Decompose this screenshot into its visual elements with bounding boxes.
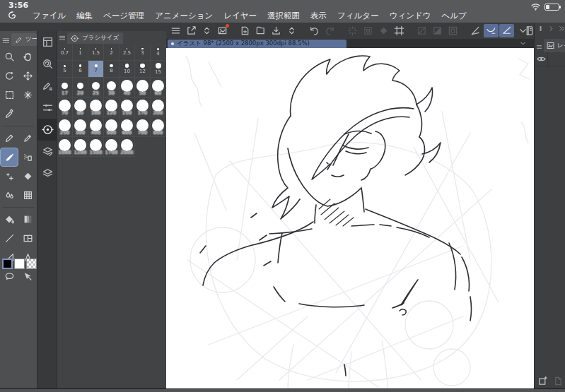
palette-button-brush-settings[interactable] — [37, 75, 57, 97]
tool-palette-tab[interactable]: ツール — [11, 33, 37, 46]
brush-size-1-5[interactable]: 1.5 — [88, 44, 104, 61]
tool-liquify[interactable] — [18, 186, 37, 205]
invert-selection-button[interactable] — [430, 24, 445, 37]
panel-bar-icon[interactable] — [537, 25, 544, 32]
selection-border-button[interactable] — [445, 24, 460, 37]
brush-size-1000[interactable]: 1000 — [57, 137, 73, 157]
save-file-button[interactable] — [269, 24, 284, 37]
document-tab[interactable]: イラスト 98* (2500 x 2800px 300dpi 88.5%) — [168, 40, 346, 48]
tool-decoration[interactable] — [0, 167, 18, 186]
layer-row[interactable] — [535, 52, 565, 66]
brush-size-120[interactable]: 120 — [104, 97, 120, 117]
brush-size-6[interactable]: 6 — [73, 61, 88, 78]
collapse-arrows-button[interactable] — [199, 24, 214, 37]
new-layer-icon[interactable] — [537, 376, 548, 386]
deselect-button[interactable] — [414, 24, 429, 37]
brush-size-7[interactable]: 7 — [88, 61, 104, 78]
brush-size-170[interactable]: 170 — [135, 97, 151, 117]
layer-panel-tab[interactable]: レイヤー — [544, 39, 565, 52]
panel-expand-icon[interactable] — [547, 25, 555, 32]
brush-size-1500[interactable]: 1500 — [88, 137, 104, 157]
layer-panel-menu-icon[interactable] — [536, 43, 542, 51]
brush-size-600[interactable]: 600 — [120, 117, 135, 137]
toolbar-overflow-button[interactable] — [515, 24, 530, 37]
eye-icon[interactable] — [535, 52, 548, 66]
snap-ruler-button[interactable] — [468, 24, 483, 37]
collapse-arrows-button[interactable] — [284, 24, 299, 37]
tool-gradient[interactable] — [18, 210, 37, 229]
brush-size-1200[interactable]: 1200 — [73, 137, 88, 157]
select-launcher-button[interactable] — [345, 24, 360, 37]
menu-item-1[interactable]: 編集 — [76, 11, 93, 21]
new-page-icon[interactable] — [552, 376, 563, 386]
menu-item-2[interactable]: ページ管理 — [103, 11, 144, 21]
snap-grid-button[interactable] — [499, 24, 514, 37]
tool-hand[interactable] — [18, 47, 37, 66]
fill-diamond-button[interactable] — [376, 24, 391, 37]
brush-size-150[interactable]: 150 — [120, 97, 135, 117]
tool-brush[interactable] — [0, 148, 18, 167]
tool-blend[interactable] — [0, 186, 18, 205]
tool-move[interactable] — [18, 66, 37, 85]
brush-size-2[interactable]: 2 — [104, 44, 120, 61]
brush-size-15[interactable]: 15 — [151, 61, 166, 78]
brush-size-20[interactable]: 20 — [73, 78, 88, 97]
brush-size-2-5[interactable]: 2.5 — [120, 44, 135, 61]
brush-size-10[interactable]: 10 — [120, 61, 135, 78]
brush-size-700[interactable]: 700 — [135, 117, 151, 137]
palette-button-layers[interactable] — [37, 162, 57, 184]
menu-item-7[interactable]: フィルター — [337, 11, 379, 21]
crop-frame-button[interactable] — [392, 24, 407, 37]
brush-size-50[interactable]: 50 — [135, 78, 151, 97]
tool-eraser[interactable] — [18, 167, 37, 186]
palette-button-tool-slider[interactable] — [37, 97, 57, 119]
clip-studio-logo-icon[interactable] — [7, 10, 18, 21]
brush-size-100[interactable]: 100 — [88, 97, 104, 117]
brush-size-500[interactable]: 500 — [104, 117, 120, 137]
main-menu-button[interactable] — [168, 24, 183, 37]
brush-size-1[interactable]: 1 — [73, 44, 88, 61]
brush-size-250[interactable]: 250 — [57, 117, 73, 137]
tool-fill[interactable] — [0, 210, 18, 229]
brush-size-25[interactable]: 25 — [88, 78, 104, 97]
brush-size-40[interactable]: 40 — [120, 78, 135, 97]
brush-size-80[interactable]: 80 — [73, 97, 88, 117]
panel-expand-all-icon[interactable] — [558, 25, 565, 32]
tool-pencil[interactable] — [18, 129, 37, 148]
brush-size-12[interactable]: 12 — [135, 61, 151, 78]
brush-size-800[interactable]: 800 — [151, 117, 166, 137]
edit-shortcut-button[interactable] — [184, 24, 199, 37]
tool-airbrush[interactable] — [18, 148, 37, 167]
tool-operation[interactable] — [18, 267, 37, 286]
redo-button[interactable] — [322, 24, 337, 37]
palette-button-layer-property[interactable] — [37, 141, 57, 162]
open-file-button[interactable] — [253, 24, 268, 37]
tool-balloon[interactable] — [0, 267, 18, 286]
palette-button-tool-property[interactable] — [37, 31, 57, 53]
menu-item-5[interactable]: 選択範囲 — [267, 11, 300, 21]
brush-size-70[interactable]: 70 — [57, 97, 73, 117]
palette-button-sub-tool[interactable] — [37, 53, 57, 75]
menu-item-8[interactable]: ウィンドウ — [390, 11, 431, 21]
brush-size-1700[interactable]: 1700 — [104, 137, 120, 157]
undo-button[interactable] — [307, 24, 322, 37]
tool-figure-line[interactable] — [0, 229, 18, 248]
select-layer-button[interactable] — [361, 24, 375, 37]
menu-item-3[interactable]: アニメーション — [155, 11, 213, 21]
brush-size-0-7[interactable]: 0.7 — [57, 44, 73, 61]
brush-size-17[interactable]: 17 — [57, 78, 73, 97]
new-canvas-button[interactable] — [238, 24, 252, 37]
brush-size-400[interactable]: 400 — [88, 117, 104, 137]
menu-item-9[interactable]: ヘルプ — [442, 11, 467, 21]
tool-rotate-canvas[interactable] — [0, 66, 18, 85]
tool-auto-select[interactable] — [18, 85, 37, 105]
menu-item-0[interactable]: ファイル — [33, 11, 66, 21]
canvas[interactable] — [166, 48, 534, 392]
brush-size-tab[interactable]: ブラシサイズ — [67, 32, 123, 44]
main-color-swatch[interactable] — [2, 259, 13, 269]
tool-palette-menu-icon[interactable] — [1, 37, 11, 45]
brush-size-2000[interactable]: 2000 — [120, 137, 135, 157]
brush-size-3[interactable]: 3 — [135, 44, 151, 61]
tab-bar-chevron-icon[interactable] — [519, 39, 527, 48]
tool-frame-border[interactable] — [18, 229, 37, 248]
